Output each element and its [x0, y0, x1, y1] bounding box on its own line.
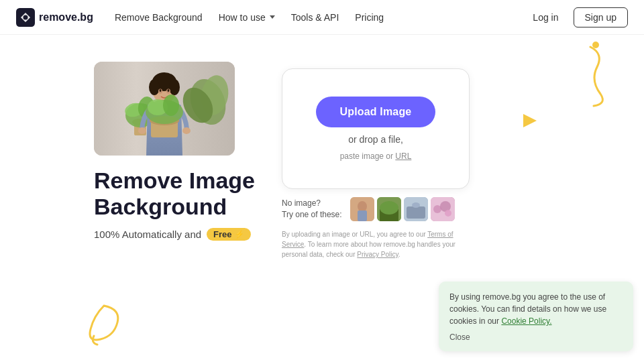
sample-thumb-2[interactable] [377, 197, 401, 221]
hero-section: Remove Image Background 100% Automatical… [94, 62, 255, 241]
nav-tools-api[interactable]: Tools & API [291, 12, 339, 23]
svg-point-20 [138, 127, 146, 134]
cookie-banner: By using remove.bg you agree to the use … [439, 282, 633, 351]
nav-actions: Log in Sign up [526, 7, 628, 27]
upload-section: Upload Image or drop a file, paste image… [282, 62, 470, 259]
svg-point-28 [358, 201, 367, 212]
svg-point-39 [445, 210, 451, 217]
upload-card: Upload Image or drop a file, paste image… [282, 68, 470, 189]
hero-subtitle: 100% Automatically and Free ⚡ [94, 228, 255, 241]
nav-how-to-use[interactable]: How to use [219, 12, 275, 23]
svg-rect-34 [407, 206, 425, 219]
drop-text: or drop a file, [348, 134, 403, 145]
terms-link[interactable]: Terms of Service [282, 231, 453, 248]
svg-point-18 [160, 89, 162, 92]
svg-point-1 [23, 15, 28, 19]
svg-rect-29 [358, 210, 367, 221]
no-image-label: No image? Try one of these: [282, 198, 342, 221]
logo[interactable]: remove.bg [16, 8, 93, 27]
svg-point-21 [182, 127, 191, 134]
cookie-message: By using remove.bg you agree to the use … [449, 291, 623, 327]
free-badge: Free ⚡ [207, 228, 250, 241]
svg-point-40 [592, 42, 599, 48]
svg-point-19 [168, 89, 170, 92]
svg-point-26 [163, 95, 179, 116]
hero-illustration [94, 62, 235, 156]
login-button[interactable]: Log in [526, 8, 565, 27]
legal-text: By uploading an image or URL, you agree … [282, 229, 470, 259]
logo-icon [16, 8, 35, 27]
privacy-link[interactable]: Privacy Policy [357, 251, 398, 258]
url-link[interactable]: URL [395, 152, 411, 161]
svg-point-35 [412, 202, 420, 208]
decoration-top-right [550, 40, 604, 110]
sample-thumb-1[interactable] [350, 197, 374, 221]
sample-thumb-4[interactable] [431, 197, 455, 221]
main-content: Remove Image Background 100% Automatical… [0, 35, 644, 259]
hero-title: Remove Image Background [94, 168, 255, 220]
chevron-down-icon [270, 15, 275, 19]
svg-point-32 [380, 201, 398, 215]
signup-button[interactable]: Sign up [574, 7, 628, 27]
hero-image [94, 62, 235, 156]
svg-marker-41 [523, 114, 537, 127]
cookie-close-button[interactable]: Close [449, 333, 470, 342]
sample-thumb-3[interactable] [404, 197, 428, 221]
sample-thumbnails [350, 197, 455, 221]
upload-image-button[interactable]: Upload Image [316, 97, 436, 127]
svg-point-15 [169, 79, 180, 95]
decoration-bottom-left [80, 299, 127, 349]
paste-text: paste image or URL [340, 152, 412, 161]
logo-text: remove.bg [39, 11, 93, 23]
lightning-icon: ⚡ [235, 230, 244, 239]
nav-remove-background[interactable]: Remove Background [115, 12, 203, 23]
decoration-arrow [520, 111, 540, 133]
svg-point-14 [149, 79, 160, 95]
navbar: remove.bg Remove Background How to use T… [0, 0, 644, 35]
nav-links: Remove Background How to use Tools & API… [115, 12, 526, 23]
cookie-policy-link[interactable]: Cookie Policy. [501, 316, 551, 326]
nav-pricing[interactable]: Pricing [355, 12, 384, 23]
no-image-section: No image? Try one of these: [282, 197, 455, 221]
